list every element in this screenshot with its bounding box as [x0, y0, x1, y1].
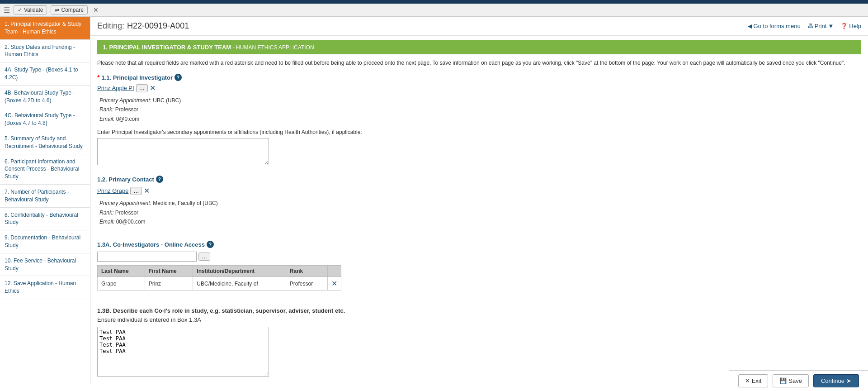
- sidebar-item-4c[interactable]: 4C. Behavioural Study Type - (Boxes 4.7 …: [0, 108, 90, 131]
- co-inv-rank: Professor: [286, 277, 327, 291]
- pi-remove-button[interactable]: ✕: [150, 84, 156, 92]
- contact-email: 00@00.com: [116, 219, 146, 225]
- sidebar-item-10[interactable]: 10. Fee Service - Behavioural Study: [0, 253, 90, 277]
- contact-options-button[interactable]: …: [130, 187, 142, 195]
- pi-selector: Prinz Apple PI … ✕: [97, 84, 861, 92]
- sidebar-item-5[interactable]: 5. Summary of Study and Recruitment - Be…: [0, 131, 90, 154]
- sidebar-item-2[interactable]: 2. Study Dates and Funding - Human Ethic…: [0, 40, 90, 63]
- section-title: PRINCIPAL INVESTIGATOR & STUDY TEAM: [109, 44, 231, 51]
- co-inv-remove-button[interactable]: ✕: [331, 279, 337, 288]
- section-13a: 1.3A. Co-Investigators - Online Access ?…: [90, 238, 868, 304]
- print-dropdown-icon: ▼: [828, 23, 834, 29]
- co-inv-search-input[interactable]: [97, 252, 197, 262]
- section-number: 1.: [103, 44, 108, 51]
- section-13a-label: 1.3A. Co-Investigators - Online Access ?: [97, 241, 861, 248]
- pi-name[interactable]: Prinz Apple PI: [97, 85, 134, 91]
- sidebar-item-1[interactable]: 1. Principal Investigator & Study Team -…: [0, 17, 90, 40]
- contact-appointment-label: Primary Appointment:: [99, 200, 151, 206]
- co-inv-table: Last Name First Name Institution/Departm…: [97, 265, 341, 291]
- continue-arrow-icon: ➤: [846, 377, 851, 384]
- validate-button[interactable]: ✓ Validate: [14, 5, 47, 14]
- co-inv-search: …: [97, 252, 861, 262]
- section-13b-label: 1.3B. Describe each Co-I's role in study…: [97, 306, 861, 324]
- contact-email-label: Email:: [99, 219, 114, 225]
- pi-rank-label: Rank:: [99, 106, 113, 113]
- contact-remove-button[interactable]: ✕: [144, 186, 150, 195]
- contact-name[interactable]: Prinz Grape: [97, 187, 128, 194]
- compare-button[interactable]: ⇌ Compare: [51, 5, 87, 14]
- col-institution: Institution/Department: [193, 266, 286, 277]
- section-sub: - HUMAN ETHICS APPLICATION: [233, 44, 314, 51]
- contact-info: Primary Appointment: Medicine, Faculty o…: [97, 199, 861, 226]
- section-header: 1. PRINCIPAL INVESTIGATOR & STUDY TEAM -…: [97, 40, 861, 54]
- pi-email-label: Email:: [99, 116, 114, 122]
- close-icon[interactable]: ✕: [93, 6, 99, 14]
- section-12-label: 1.2. Primary Contact ?: [97, 176, 861, 183]
- sidebar-item-8[interactable]: 8. Confidentiality - Behavioural Study: [0, 208, 90, 231]
- co-inv-last-name: Grape: [98, 277, 145, 291]
- printer-icon: 🖶: [807, 23, 813, 29]
- help-icon-12[interactable]: ?: [156, 176, 163, 183]
- bottom-actions: ✕ Exit 💾 Save Continue ➤: [729, 370, 868, 385]
- help-icon-11[interactable]: ?: [175, 74, 182, 81]
- required-star-11: *: [97, 74, 99, 81]
- exit-icon: ✕: [745, 377, 750, 384]
- table-row: Grape Prinz UBC/Medicine, Faculty of Pro…: [98, 277, 341, 291]
- sidebar-item-7[interactable]: 7. Number of Participants - Behavioural …: [0, 185, 90, 208]
- pi-email: 0@0.com: [116, 116, 140, 122]
- pi-appointment: UBC (UBC): [153, 97, 181, 104]
- toolbar: ☰ ✓ Validate ⇌ Compare ✕: [0, 4, 868, 17]
- col-actions: [328, 266, 341, 277]
- section-11-label: * 1.1. Principal Investigator ?: [97, 74, 861, 81]
- pi-appointment-label: Primary Appointment:: [99, 97, 151, 104]
- contact-selector: Prinz Grape … ✕: [97, 186, 861, 195]
- pi-rank: Professor: [115, 106, 138, 113]
- compare-icon: ⇌: [55, 7, 59, 13]
- header-actions: ◀ Go to forms menu 🖶 Print ▼ ❓ Help: [748, 23, 861, 29]
- help-link[interactable]: ❓ Help: [840, 23, 861, 29]
- editing-prefix: Editing:: [97, 21, 124, 31]
- top-bar: [0, 0, 868, 4]
- co-inv-institution: UBC/Medicine, Faculty of: [193, 277, 286, 291]
- contact-rank: Professor: [115, 210, 138, 216]
- col-last-name: Last Name: [98, 266, 145, 277]
- sidebar-item-9[interactable]: 9. Documentation - Behavioural Study: [0, 230, 90, 253]
- help-icon-13a[interactable]: ?: [207, 241, 214, 248]
- co-inv-first-name: Prinz: [145, 277, 193, 291]
- exit-button[interactable]: ✕ Exit: [738, 374, 769, 385]
- secondary-label: Enter Principal Investigator's secondary…: [97, 129, 861, 135]
- back-icon: ◀: [748, 23, 752, 29]
- co-inv-roles-input[interactable]: Test PAA Test PAA Test PAA Test PAA: [97, 327, 269, 377]
- sidebar-item-12[interactable]: 12. Save Application - Human Ethics: [0, 276, 90, 299]
- pi-options-button[interactable]: …: [136, 84, 148, 92]
- main-content: Editing: H22-00919-A001 ◀ Go to forms me…: [90, 17, 868, 385]
- pi-info: Primary Appointment: UBC (UBC) Rank: Pro…: [97, 96, 861, 124]
- co-inv-search-button[interactable]: …: [198, 253, 210, 261]
- sidebar-item-6[interactable]: 6. Participant Information and Consent P…: [0, 154, 90, 185]
- print-link[interactable]: 🖶 Print ▼: [807, 23, 834, 29]
- help-icon: ❓: [840, 23, 848, 29]
- save-button[interactable]: 💾 Save: [773, 374, 809, 385]
- layout: 1. Principal Investigator & Study Team -…: [0, 17, 868, 385]
- page-title: H22-00919-A001: [127, 21, 189, 31]
- go-to-forms-link[interactable]: ◀ Go to forms menu: [748, 23, 801, 29]
- intro-text: Please note that all required fields are…: [90, 59, 868, 72]
- sidebar-item-4a[interactable]: 4A. Study Type - (Boxes 4.1 to 4.2C): [0, 62, 90, 86]
- co-inv-remove-cell: ✕: [328, 277, 341, 291]
- col-rank: Rank: [286, 266, 327, 277]
- hamburger-icon[interactable]: ☰: [4, 6, 10, 14]
- section-12: 1.2. Primary Contact ? Prinz Grape … ✕ P…: [90, 173, 868, 238]
- continue-button[interactable]: Continue ➤: [813, 374, 859, 385]
- contact-appointment: Medicine, Faculty of (UBC): [153, 200, 217, 206]
- validate-icon: ✓: [18, 7, 22, 13]
- page-header: Editing: H22-00919-A001 ◀ Go to forms me…: [90, 17, 868, 36]
- sidebar: 1. Principal Investigator & Study Team -…: [0, 17, 90, 385]
- secondary-affiliations-input[interactable]: [97, 138, 269, 165]
- save-icon: 💾: [779, 377, 787, 384]
- sidebar-item-4b[interactable]: 4B. Behavioural Study Type - (Boxes 4.2D…: [0, 86, 90, 109]
- col-first-name: First Name: [145, 266, 193, 277]
- contact-rank-label: Rank:: [99, 210, 113, 216]
- section-11: * 1.1. Principal Investigator ? Prinz Ap…: [90, 72, 868, 173]
